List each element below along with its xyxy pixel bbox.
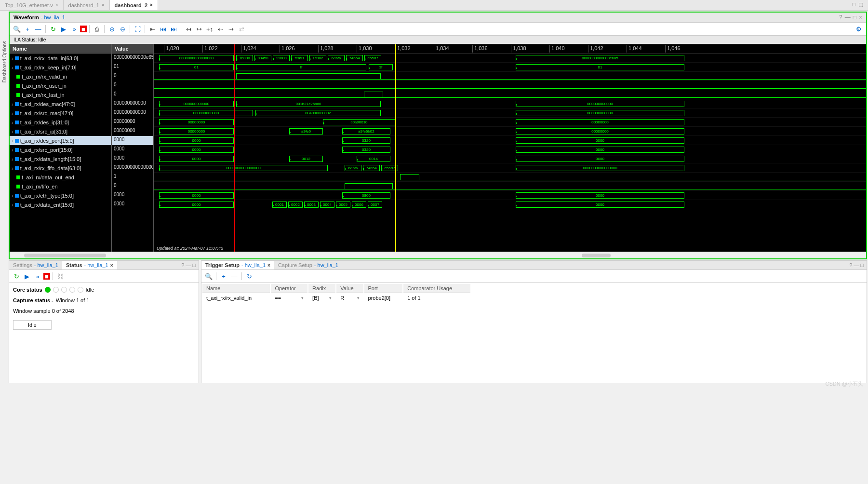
tab-top-10g[interactable]: Top_10G_ethernet.v× bbox=[0, 0, 64, 10]
tab-capture-setup[interactable]: Capture Setup - hw_ila_1 bbox=[274, 261, 342, 269]
waveform-canvas[interactable]: 1,033 1,0201,0221,0241,0261,0281,0301,03… bbox=[154, 44, 866, 252]
wave-row[interactable]: 00000000c0a9001000000000 bbox=[154, 118, 866, 127]
help-icon[interactable]: ? bbox=[849, 262, 852, 268]
remove-icon[interactable]: — bbox=[229, 271, 239, 281]
expand-icon[interactable]: › bbox=[12, 101, 13, 107]
expand-icon[interactable]: › bbox=[12, 129, 13, 134]
fast-forward-icon[interactable]: » bbox=[33, 271, 42, 281]
time-ruler[interactable]: 1,033 1,0201,0221,0241,0261,0281,0301,03… bbox=[154, 44, 866, 54]
radix-select[interactable]: [B]▾ bbox=[312, 295, 332, 301]
minimize-icon[interactable]: — bbox=[854, 262, 859, 268]
maximize-icon[interactable]: □ bbox=[860, 262, 864, 268]
marker-yellow[interactable] bbox=[395, 44, 396, 252]
tab-settings[interactable]: Settings - hw_ila_1 bbox=[9, 261, 62, 269]
refresh-icon[interactable]: ↻ bbox=[12, 271, 21, 281]
maximize-icon[interactable]: □ bbox=[192, 262, 196, 268]
prev-edge-icon[interactable]: ↤ bbox=[184, 24, 193, 34]
dashboard-options-tab[interactable]: Dashboard Options bbox=[1, 39, 8, 85]
scrollbar-thumb-wave[interactable] bbox=[582, 254, 611, 257]
value-select[interactable]: R▾ bbox=[340, 295, 359, 301]
wave-row[interactable]: 00000000000000006d6f674654e55d7000000000… bbox=[154, 163, 866, 173]
wave-row[interactable] bbox=[154, 81, 866, 90]
signal-row[interactable]: ›t_axi_rx/rx_fifo_data[63:0] bbox=[10, 163, 111, 173]
close-icon[interactable]: × bbox=[150, 2, 153, 8]
marker-red[interactable] bbox=[234, 44, 235, 252]
next-marker-icon[interactable]: ⇢ bbox=[226, 24, 236, 34]
search-icon[interactable]: 🔍 bbox=[204, 271, 214, 281]
scrollbar-thumb[interactable] bbox=[24, 254, 106, 257]
signal-row[interactable]: t_axi_rx/rx_valid_in bbox=[10, 72, 111, 81]
close-icon[interactable]: × bbox=[110, 263, 113, 268]
wave-row[interactable]: 000003200000 bbox=[154, 145, 866, 154]
expand-icon[interactable]: › bbox=[12, 202, 13, 208]
wave-row[interactable]: 0000001200140000 bbox=[154, 154, 866, 163]
expand-icon[interactable]: › bbox=[12, 156, 13, 162]
signal-row[interactable]: ›t_axi_rx/des_ip[31:0] bbox=[10, 118, 111, 127]
tab-dashboard-1[interactable]: dashboard_1× bbox=[64, 0, 110, 10]
expand-icon[interactable]: › bbox=[12, 165, 13, 171]
operator-select[interactable]: ==▾ bbox=[275, 295, 304, 301]
wave-row[interactable] bbox=[154, 173, 866, 182]
wave-row[interactable]: 000000000000004000000002000000000000 bbox=[154, 108, 866, 118]
expand-icon[interactable]: › bbox=[12, 193, 13, 199]
wave-row[interactable]: 00000000a9fe0a9fe6b0200000000 bbox=[154, 127, 866, 136]
wave-row[interactable]: 00000000000000001b0000045011800fea911c00… bbox=[154, 54, 866, 63]
expand-icon[interactable]: › bbox=[12, 147, 13, 153]
minimize-icon[interactable]: — bbox=[186, 262, 191, 268]
wave-row[interactable]: 000000000000001b21c25bd6000000000000 bbox=[154, 99, 866, 108]
prev-marker-icon[interactable]: ⇠ bbox=[215, 24, 225, 34]
signal-row[interactable]: ›t_axi_rx/des_port[15:0] bbox=[10, 136, 111, 145]
signal-row[interactable]: t_axi_rx/data_out_end bbox=[10, 173, 111, 182]
tab-trigger-setup[interactable]: Trigger Setup - hw_ila_1× bbox=[201, 261, 274, 269]
stop-icon[interactable]: ■ bbox=[80, 26, 87, 32]
fast-forward-icon[interactable]: » bbox=[69, 24, 79, 34]
trigger-row[interactable]: t_axi_rx/rx_valid_in==▾[B]▾R▾probe2[0]1 … bbox=[202, 294, 470, 302]
zoom-out-icon[interactable]: ⊖ bbox=[118, 24, 127, 34]
wave-row[interactable] bbox=[154, 72, 866, 81]
signal-row[interactable]: ›t_axi_rx/rx_keep_in[7:0] bbox=[10, 63, 111, 72]
add-icon[interactable]: + bbox=[23, 24, 32, 34]
signal-row[interactable]: ›t_axi_rx/eth_type[15:0] bbox=[10, 191, 111, 200]
search-icon[interactable]: 🔍 bbox=[12, 24, 22, 34]
signal-row[interactable]: ›t_axi_rx/des_mac[47:0] bbox=[10, 99, 111, 108]
expand-icon[interactable]: › bbox=[12, 110, 13, 116]
refresh-icon[interactable]: ↻ bbox=[244, 271, 254, 281]
scrollbar-horizontal[interactable] bbox=[10, 252, 866, 258]
signal-row[interactable]: ›t_axi_rx/src_mac[47:0] bbox=[10, 108, 111, 118]
wave-row[interactable]: 01ff3f01 bbox=[154, 63, 866, 72]
close-icon[interactable]: × bbox=[102, 2, 105, 8]
help-icon[interactable]: ? bbox=[839, 14, 842, 21]
export-icon[interactable]: ⎙ bbox=[92, 24, 102, 34]
minimize-icon[interactable]: — bbox=[845, 14, 851, 21]
refresh-icon[interactable]: ↻ bbox=[48, 24, 58, 34]
signal-row[interactable]: ›t_axi_rx/src_ip[31:0] bbox=[10, 127, 111, 136]
expand-icon[interactable]: › bbox=[12, 138, 13, 144]
play-icon[interactable]: ▶ bbox=[59, 24, 68, 34]
wave-row[interactable]: 000008000000 bbox=[154, 191, 866, 200]
add-marker-icon[interactable]: +↕ bbox=[205, 24, 214, 34]
gear-icon[interactable]: ⚙ bbox=[854, 24, 864, 34]
close-icon[interactable]: × bbox=[267, 263, 270, 268]
tab-dashboard-2[interactable]: dashboard_2× bbox=[110, 0, 158, 10]
add-icon[interactable]: + bbox=[219, 271, 228, 281]
signal-row[interactable]: t_axi_rx/rx_last_in bbox=[10, 90, 111, 99]
signal-row[interactable]: ›t_axi_rx/data_length[15:0] bbox=[10, 154, 111, 163]
play-icon[interactable]: ▶ bbox=[22, 271, 32, 281]
stop-icon[interactable]: ■ bbox=[43, 273, 50, 280]
swap-icon[interactable]: ⇄ bbox=[237, 24, 246, 34]
idle-button[interactable]: Idle bbox=[13, 320, 52, 330]
link-icon[interactable]: ⛓ bbox=[55, 271, 65, 281]
next-icon[interactable]: ⏭ bbox=[169, 24, 178, 34]
restore-icon[interactable]: ▢ bbox=[858, 1, 863, 8]
next-edge-icon[interactable]: ↦ bbox=[194, 24, 204, 34]
wave-row[interactable] bbox=[154, 90, 866, 99]
zoom-fit-icon[interactable]: ⛶ bbox=[133, 24, 142, 34]
maximize-icon[interactable]: □ bbox=[853, 14, 856, 21]
signal-row[interactable]: t_axi_rx/fifo_en bbox=[10, 182, 111, 191]
help-icon[interactable]: ? bbox=[181, 262, 184, 268]
goto-start-icon[interactable]: ⇤ bbox=[147, 24, 157, 34]
signal-row[interactable]: ›t_axi_rx/src_port[15:0] bbox=[10, 145, 111, 154]
zoom-in-icon[interactable]: ⊕ bbox=[107, 24, 117, 34]
wave-row[interactable] bbox=[154, 182, 866, 191]
expand-icon[interactable]: › bbox=[12, 65, 13, 70]
